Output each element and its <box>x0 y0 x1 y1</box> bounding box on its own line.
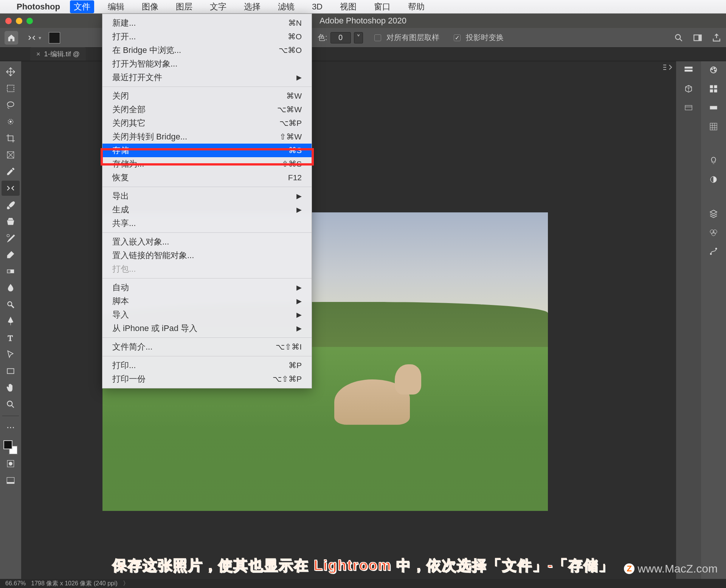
quick-mask-button[interactable] <box>2 456 20 471</box>
window-title: Adobe Photoshop 2020 <box>320 16 406 26</box>
clone-stamp-tool[interactable] <box>2 214 20 229</box>
tool-swatch[interactable] <box>49 32 60 43</box>
menu-item-生成[interactable]: 生成▶ <box>102 203 312 217</box>
frame-tool[interactable] <box>2 147 20 162</box>
svg-rect-30 <box>710 106 717 109</box>
menu-item-导出[interactable]: 导出▶ <box>102 189 312 203</box>
3d-icon[interactable] <box>682 83 695 94</box>
menubar-item-帮助[interactable]: 帮助 <box>404 0 428 13</box>
move-tool[interactable] <box>2 64 20 79</box>
hand-tool[interactable] <box>2 380 20 395</box>
menu-item-存储为[interactable]: 存储为...⇧⌘S <box>102 157 312 171</box>
workspace-icon[interactable] <box>693 33 703 43</box>
tool-preset[interactable]: ▾ <box>23 32 45 44</box>
zoom-tool[interactable] <box>2 397 20 412</box>
blur-tool[interactable] <box>2 280 20 296</box>
close-tab-icon[interactable]: × <box>36 50 40 58</box>
sources-icon[interactable] <box>682 102 695 113</box>
color-label: 色: <box>318 32 327 43</box>
color-icon[interactable] <box>707 64 720 76</box>
dodge-tool[interactable] <box>2 297 20 312</box>
menubar-item-视图[interactable]: 视图 <box>336 0 360 13</box>
menu-separator <box>102 187 312 187</box>
menu-item-关闭[interactable]: 关闭⌘W <box>102 89 312 103</box>
content-aware-move-tool[interactable] <box>2 181 20 196</box>
menu-item-在Bridge中浏览[interactable]: 在 Bridge 中浏览...⌥⌘O <box>102 43 312 57</box>
svg-rect-2 <box>698 35 701 40</box>
history-icon[interactable] <box>682 64 695 76</box>
menu-item-导入[interactable]: 导入▶ <box>102 308 312 322</box>
screen-mode-button[interactable] <box>2 473 20 488</box>
lasso-tool[interactable] <box>2 97 20 113</box>
brush-tool[interactable] <box>2 197 20 212</box>
close-window-button[interactable] <box>5 18 12 24</box>
marquee-tool[interactable] <box>2 81 20 96</box>
menubar-item-滤镜[interactable]: 滤镜 <box>274 0 298 13</box>
edit-toolbar-button[interactable]: ⋯ <box>2 420 20 435</box>
menu-item-打开[interactable]: 打开...⌘O <box>102 30 312 43</box>
menu-item-关闭全部[interactable]: 关闭全部⌥⌘W <box>102 103 312 116</box>
share-icon[interactable] <box>712 33 721 43</box>
sample-all-layers-checkbox[interactable] <box>374 34 381 41</box>
channels-icon[interactable] <box>707 227 720 238</box>
menu-item-打印[interactable]: 打印...⌘P <box>102 359 312 372</box>
menu-item-自动[interactable]: 自动▶ <box>102 281 312 294</box>
gradients-icon[interactable] <box>707 102 720 113</box>
pen-tool[interactable] <box>2 314 20 329</box>
menu-item-存储[interactable]: 存储⌘S <box>102 144 312 157</box>
color-dropdown[interactable]: ˅ <box>354 32 363 43</box>
document-info[interactable]: 1798 像素 x 1026 像素 (240 ppi) <box>31 580 118 588</box>
collapse-panels-icon[interactable] <box>662 63 672 71</box>
document-tab[interactable]: × 1-编辑.tif @ <box>30 47 86 61</box>
color-value-field[interactable]: 0 <box>330 32 351 43</box>
adjust-icon[interactable] <box>707 174 720 185</box>
quick-select-tool[interactable] <box>2 114 20 129</box>
zoom-window-button[interactable] <box>26 18 33 24</box>
menubar-item-窗口[interactable]: 窗口 <box>370 0 394 13</box>
menubar-item-3D[interactable]: 3D <box>308 1 326 12</box>
swatches-icon[interactable] <box>707 83 720 94</box>
menubar-item-选择[interactable]: 选择 <box>240 0 264 13</box>
history-brush-tool[interactable] <box>2 231 20 246</box>
menu-item-置入嵌入对象[interactable]: 置入嵌入对象... <box>102 235 312 249</box>
menubar-item-图层[interactable]: 图层 <box>172 0 196 13</box>
type-tool[interactable]: T <box>2 330 20 345</box>
menubar-item-编辑[interactable]: 编辑 <box>104 0 128 13</box>
rectangle-tool[interactable] <box>2 364 20 379</box>
search-icon[interactable] <box>674 33 684 43</box>
minimize-window-button[interactable] <box>16 18 22 24</box>
crop-tool[interactable] <box>2 131 20 146</box>
eyedropper-tool[interactable] <box>2 164 20 179</box>
menu-item-文件简介[interactable]: 文件简介...⌥⇧⌘I <box>102 340 312 354</box>
eraser-tool[interactable] <box>2 247 20 262</box>
fg-bg-swatches[interactable] <box>3 440 18 455</box>
svg-rect-26 <box>710 85 713 88</box>
svg-rect-10 <box>7 270 11 273</box>
menu-item-脚本[interactable]: 脚本▶ <box>102 294 312 308</box>
transform-on-drop-checkbox[interactable] <box>454 34 461 41</box>
menubar-item-文件[interactable]: 文件 <box>70 0 94 13</box>
menu-item-关闭并转到Bridge[interactable]: 关闭并转到 Bridge...⇧⌘W <box>102 130 312 144</box>
light-icon[interactable] <box>707 155 720 166</box>
paths-icon[interactable] <box>707 246 720 257</box>
patterns-icon[interactable] <box>707 121 720 132</box>
menu-item-打开为智能对象[interactable]: 打开为智能对象... <box>102 57 312 71</box>
path-select-tool[interactable] <box>2 347 20 362</box>
menubar-item-文字[interactable]: 文字 <box>206 0 230 13</box>
menu-item-最近打开文件[interactable]: 最近打开文件▶ <box>102 71 312 84</box>
tools-panel: T ⋯ <box>0 61 21 579</box>
menu-item-从iPhone或iPad导入[interactable]: 从 iPhone 或 iPad 导入▶ <box>102 322 312 335</box>
gradient-tool[interactable] <box>2 264 20 279</box>
status-arrow-icon[interactable]: 〉 <box>123 580 129 588</box>
zoom-level[interactable]: 66.67% <box>5 580 26 587</box>
menu-item-新建[interactable]: 新建...⌘N <box>102 16 312 30</box>
menu-item-恢复[interactable]: 恢复F12 <box>102 171 312 184</box>
menu-item-关闭其它[interactable]: 关闭其它⌥⌘P <box>102 116 312 130</box>
menu-item-打印一份[interactable]: 打印一份⌥⇧⌘P <box>102 372 312 386</box>
home-button[interactable] <box>5 31 18 45</box>
layers-icon[interactable] <box>707 208 720 219</box>
app-name[interactable]: Photoshop <box>17 2 60 12</box>
menu-item-置入链接的智能对象[interactable]: 置入链接的智能对象... <box>102 249 312 262</box>
menubar-item-图像[interactable]: 图像 <box>138 0 162 13</box>
menu-item-共享[interactable]: 共享... <box>102 217 312 230</box>
